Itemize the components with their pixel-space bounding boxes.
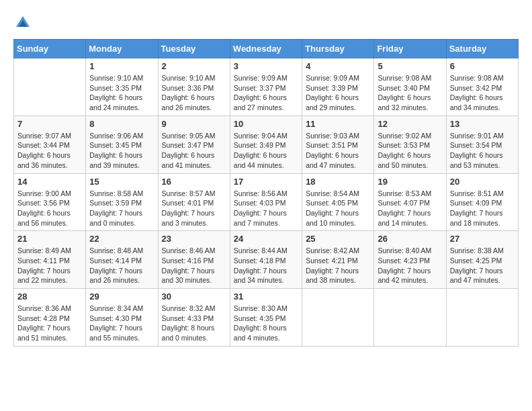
day-info: Sunrise: 8:30 AM Sunset: 4:35 PM Dayligh…: [234, 304, 298, 343]
day-number: 30: [162, 291, 226, 302]
day-number: 25: [306, 234, 370, 244]
calendar-week-row: 1Sunrise: 9:10 AM Sunset: 3:35 PM Daylig…: [14, 58, 519, 116]
day-number: 21: [17, 234, 82, 244]
day-number: 19: [378, 177, 442, 187]
calendar-cell: 20Sunrise: 8:51 AM Sunset: 4:09 PM Dayli…: [446, 173, 518, 231]
day-info: Sunrise: 9:08 AM Sunset: 3:40 PM Dayligh…: [378, 73, 442, 113]
calendar-cell: [14, 58, 86, 116]
day-of-week-header: Wednesday: [230, 40, 302, 58]
calendar-cell: 1Sunrise: 9:10 AM Sunset: 3:35 PM Daylig…: [86, 58, 158, 116]
calendar-cell: 27Sunrise: 8:38 AM Sunset: 4:25 PM Dayli…: [446, 231, 518, 289]
calendar-cell: 11Sunrise: 9:03 AM Sunset: 3:51 PM Dayli…: [302, 116, 374, 173]
day-info: Sunrise: 8:49 AM Sunset: 4:11 PM Dayligh…: [17, 246, 82, 285]
calendar-cell: 19Sunrise: 8:53 AM Sunset: 4:07 PM Dayli…: [374, 173, 446, 231]
day-of-week-header: Sunday: [14, 40, 86, 58]
day-number: 26: [378, 234, 442, 244]
day-number: 17: [234, 177, 298, 187]
day-info: Sunrise: 9:05 AM Sunset: 3:47 PM Dayligh…: [162, 131, 226, 171]
day-number: 23: [162, 234, 226, 244]
day-info: Sunrise: 9:10 AM Sunset: 3:36 PM Dayligh…: [162, 73, 226, 113]
calendar-cell: 21Sunrise: 8:49 AM Sunset: 4:11 PM Dayli…: [14, 231, 86, 289]
calendar-cell: 25Sunrise: 8:42 AM Sunset: 4:21 PM Dayli…: [302, 231, 374, 289]
day-number: 31: [234, 291, 298, 302]
logo: [13, 13, 35, 32]
day-of-week-header: Tuesday: [158, 40, 230, 58]
day-info: Sunrise: 8:40 AM Sunset: 4:23 PM Dayligh…: [378, 246, 442, 285]
calendar-body: 1Sunrise: 9:10 AM Sunset: 3:35 PM Daylig…: [14, 58, 519, 347]
calendar-cell: 30Sunrise: 8:32 AM Sunset: 4:33 PM Dayli…: [158, 289, 230, 347]
day-info: Sunrise: 9:04 AM Sunset: 3:49 PM Dayligh…: [234, 131, 298, 171]
calendar-header: SundayMondayTuesdayWednesdayThursdayFrid…: [14, 40, 519, 58]
calendar-cell: [302, 289, 374, 347]
day-info: Sunrise: 8:44 AM Sunset: 4:18 PM Dayligh…: [234, 246, 298, 285]
day-number: 8: [89, 119, 154, 129]
calendar-cell: 22Sunrise: 8:48 AM Sunset: 4:14 PM Dayli…: [86, 231, 158, 289]
calendar-cell: 12Sunrise: 9:02 AM Sunset: 3:53 PM Dayli…: [374, 116, 446, 173]
calendar-cell: 5Sunrise: 9:08 AM Sunset: 3:40 PM Daylig…: [374, 58, 446, 116]
calendar-cell: 18Sunrise: 8:54 AM Sunset: 4:05 PM Dayli…: [302, 173, 374, 231]
calendar-cell: 23Sunrise: 8:46 AM Sunset: 4:16 PM Dayli…: [158, 231, 230, 289]
day-number: 9: [162, 119, 226, 129]
calendar-cell: 15Sunrise: 8:58 AM Sunset: 3:59 PM Dayli…: [86, 173, 158, 231]
day-info: Sunrise: 8:46 AM Sunset: 4:16 PM Dayligh…: [162, 246, 226, 285]
day-number: 14: [17, 177, 82, 187]
day-number: 4: [306, 61, 370, 71]
calendar-week-row: 21Sunrise: 8:49 AM Sunset: 4:11 PM Dayli…: [14, 231, 519, 289]
day-number: 22: [89, 234, 154, 244]
calendar-cell: 16Sunrise: 8:57 AM Sunset: 4:01 PM Dayli…: [158, 173, 230, 231]
day-info: Sunrise: 8:53 AM Sunset: 4:07 PM Dayligh…: [378, 189, 442, 228]
day-number: 5: [378, 61, 442, 71]
day-info: Sunrise: 8:38 AM Sunset: 4:25 PM Dayligh…: [450, 246, 515, 285]
day-info: Sunrise: 8:36 AM Sunset: 4:28 PM Dayligh…: [17, 304, 82, 343]
day-info: Sunrise: 9:09 AM Sunset: 3:37 PM Dayligh…: [234, 73, 298, 113]
day-info: Sunrise: 9:00 AM Sunset: 3:56 PM Dayligh…: [17, 189, 82, 228]
day-info: Sunrise: 9:03 AM Sunset: 3:51 PM Dayligh…: [306, 131, 370, 171]
day-number: 27: [450, 234, 515, 244]
day-number: 1: [89, 61, 154, 71]
day-number: 28: [17, 291, 82, 302]
day-number: 6: [450, 61, 515, 71]
day-number: 11: [306, 119, 370, 129]
calendar-cell: 2Sunrise: 9:10 AM Sunset: 3:36 PM Daylig…: [158, 58, 230, 116]
day-number: 20: [450, 177, 515, 187]
calendar-cell: 10Sunrise: 9:04 AM Sunset: 3:49 PM Dayli…: [230, 116, 302, 173]
calendar-cell: 7Sunrise: 9:07 AM Sunset: 3:44 PM Daylig…: [14, 116, 86, 173]
calendar-cell: 28Sunrise: 8:36 AM Sunset: 4:28 PM Dayli…: [14, 289, 86, 347]
day-of-week-header: Thursday: [302, 40, 374, 58]
day-info: Sunrise: 8:42 AM Sunset: 4:21 PM Dayligh…: [306, 246, 370, 285]
day-number: 12: [378, 119, 442, 129]
day-info: Sunrise: 9:09 AM Sunset: 3:39 PM Dayligh…: [306, 73, 370, 113]
day-number: 2: [162, 61, 226, 71]
day-info: Sunrise: 9:08 AM Sunset: 3:42 PM Dayligh…: [450, 73, 515, 113]
page-header: [13, 13, 519, 32]
day-number: 10: [234, 119, 298, 129]
day-number: 7: [17, 119, 82, 129]
day-number: 13: [450, 119, 515, 129]
day-number: 29: [89, 291, 154, 302]
day-of-week-header: Monday: [86, 40, 158, 58]
day-info: Sunrise: 8:48 AM Sunset: 4:14 PM Dayligh…: [89, 246, 154, 285]
day-info: Sunrise: 8:56 AM Sunset: 4:03 PM Dayligh…: [234, 189, 298, 228]
day-of-week-header: Saturday: [446, 40, 518, 58]
day-number: 15: [89, 177, 154, 187]
calendar-cell: 8Sunrise: 9:06 AM Sunset: 3:45 PM Daylig…: [86, 116, 158, 173]
day-of-week-header: Friday: [374, 40, 446, 58]
day-info: Sunrise: 8:57 AM Sunset: 4:01 PM Dayligh…: [162, 189, 226, 228]
day-info: Sunrise: 9:07 AM Sunset: 3:44 PM Dayligh…: [17, 131, 82, 171]
logo-icon: [13, 13, 32, 32]
calendar-cell: 24Sunrise: 8:44 AM Sunset: 4:18 PM Dayli…: [230, 231, 302, 289]
calendar-cell: 9Sunrise: 9:05 AM Sunset: 3:47 PM Daylig…: [158, 116, 230, 173]
calendar-cell: 31Sunrise: 8:30 AM Sunset: 4:35 PM Dayli…: [230, 289, 302, 347]
day-info: Sunrise: 9:02 AM Sunset: 3:53 PM Dayligh…: [378, 131, 442, 171]
day-number: 3: [234, 61, 298, 71]
calendar-week-row: 14Sunrise: 9:00 AM Sunset: 3:56 PM Dayli…: [14, 173, 519, 231]
day-number: 16: [162, 177, 226, 187]
day-info: Sunrise: 8:51 AM Sunset: 4:09 PM Dayligh…: [450, 189, 515, 228]
calendar-cell: 3Sunrise: 9:09 AM Sunset: 3:37 PM Daylig…: [230, 58, 302, 116]
calendar-cell: 13Sunrise: 9:01 AM Sunset: 3:54 PM Dayli…: [446, 116, 518, 173]
calendar-week-row: 7Sunrise: 9:07 AM Sunset: 3:44 PM Daylig…: [14, 116, 519, 173]
calendar-cell: [374, 289, 446, 347]
calendar-cell: 6Sunrise: 9:08 AM Sunset: 3:42 PM Daylig…: [446, 58, 518, 116]
day-info: Sunrise: 9:01 AM Sunset: 3:54 PM Dayligh…: [450, 131, 515, 171]
day-info: Sunrise: 8:34 AM Sunset: 4:30 PM Dayligh…: [89, 304, 154, 343]
